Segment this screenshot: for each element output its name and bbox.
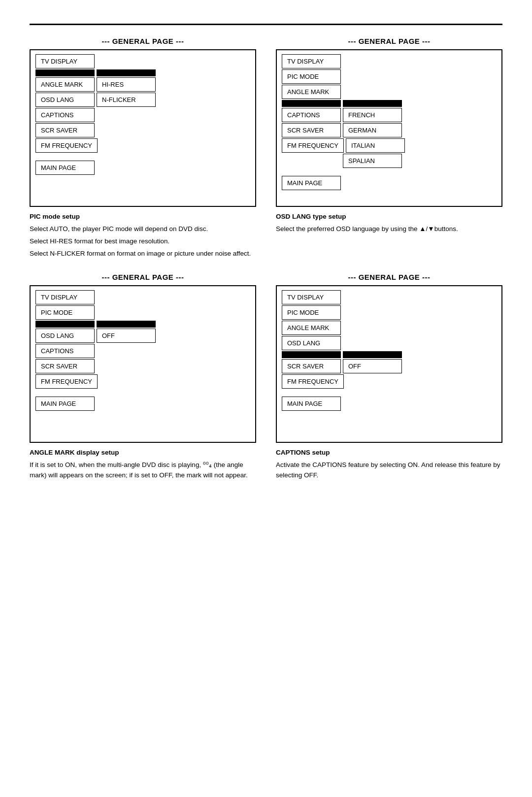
menu-item-right: ITALIAN — [346, 138, 405, 153]
menu-item-right — [97, 321, 156, 328]
menu-row: FM FREQUENCY — [282, 374, 497, 389]
sections-row-1: --- GENERAL PAGE --- TV DISPLAY ANGLE MA… — [30, 37, 502, 261]
menu-item-left: FM FREQUENCY — [282, 138, 344, 153]
section-section3: --- GENERAL PAGE --- TV DISPLAY PIC MODE… — [30, 273, 256, 483]
menu-row: ANGLE MARK HI-RES — [35, 77, 250, 92]
menu-row: ANGLE MARK — [282, 321, 497, 335]
menu-row: MAIN PAGE — [282, 397, 497, 411]
menu-item: CAPTIONS — [35, 108, 95, 122]
menu-item-right: FRENCH — [343, 108, 402, 122]
menu-item: FM FREQUENCY — [35, 374, 98, 389]
menu-spacer — [35, 154, 250, 160]
menu-row: MAIN PAGE — [35, 161, 250, 175]
description-text: PIC mode setupSelect AUTO, the player PI… — [30, 212, 256, 259]
menu-row: CAPTIONS — [35, 344, 250, 358]
menu-row: ANGLE MARK — [282, 85, 497, 99]
description-text: ANGLE MARK display setupIf it is set to … — [30, 448, 256, 481]
menu-item-left: SCR SAVER — [282, 359, 341, 373]
menu-row: CAPTIONS FRENCH — [282, 108, 497, 122]
menu-item: MAIN PAGE — [282, 176, 341, 190]
menu-item-right: SPALIAN — [343, 154, 402, 168]
menu-row — [282, 351, 497, 358]
description-text: OSD LANG type setupSelect the preferred … — [276, 212, 502, 234]
menu-item: TV DISPLAY — [282, 290, 341, 304]
menu-row: SCR SAVER OFF — [282, 359, 497, 373]
menu-item-right — [343, 100, 402, 107]
menu-spacer — [282, 169, 497, 175]
description-text: CAPTIONS setupActivate the CAPTIONS feat… — [276, 448, 502, 481]
menu-item: ANGLE MARK — [282, 321, 341, 335]
section-section2: --- GENERAL PAGE --- TV DISPLAY PIC MODE… — [276, 37, 502, 261]
page-title — [30, 20, 502, 25]
menu-item-left: OSD LANG — [35, 329, 95, 343]
section-section1: --- GENERAL PAGE --- TV DISPLAY ANGLE MA… — [30, 37, 256, 261]
menu-item-left: ANGLE MARK — [35, 77, 95, 92]
menu-row: SPALIAN — [282, 154, 497, 168]
menu-row: OSD LANG N-FLICKER — [35, 93, 250, 107]
menu-item-right: OFF — [97, 329, 156, 343]
menu-row: FM FREQUENCY — [35, 138, 250, 153]
menu-item-left: SCR SAVER — [282, 123, 341, 137]
menu-item: TV DISPLAY — [35, 290, 95, 304]
menu-row: MAIN PAGE — [35, 397, 250, 411]
menu-item: PIC MODE — [35, 305, 95, 320]
menu-item-right: OFF — [343, 359, 402, 373]
menu-spacer — [282, 390, 497, 396]
menu-item-left — [282, 100, 341, 107]
menu-box: TV DISPLAY PIC MODE ANGLE MARK CAPTIONS … — [276, 49, 502, 207]
menu-row: FM FREQUENCY — [35, 374, 250, 389]
menu-item-left: CAPTIONS — [282, 108, 341, 122]
menu-row: MAIN PAGE — [282, 176, 497, 190]
menu-box: TV DISPLAY PIC MODE ANGLE MARK OSD LANG … — [276, 285, 502, 443]
menu-item: ANGLE MARK — [282, 85, 341, 99]
menu-item: TV DISPLAY — [282, 54, 341, 68]
menu-row: OSD LANG OFF — [35, 329, 250, 343]
menu-item: FM FREQUENCY — [282, 374, 344, 389]
section-header: --- GENERAL PAGE --- — [276, 273, 502, 281]
menu-row — [282, 100, 497, 107]
menu-item-right — [97, 69, 156, 76]
section-header: --- GENERAL PAGE --- — [276, 37, 502, 45]
menu-row: TV DISPLAY — [282, 290, 497, 304]
menu-box: TV DISPLAY ANGLE MARK HI-RES OSD LANG N-… — [30, 49, 256, 207]
sections-row-2: --- GENERAL PAGE --- TV DISPLAY PIC MODE… — [30, 273, 502, 483]
menu-item-right: N-FLICKER — [97, 93, 156, 107]
menu-item-left — [282, 351, 341, 358]
menu-row: OSD LANG — [282, 336, 497, 350]
menu-row — [35, 321, 250, 328]
menu-row: TV DISPLAY — [282, 54, 497, 68]
menu-row: TV DISPLAY — [35, 290, 250, 304]
menu-item: PIC MODE — [282, 69, 341, 84]
section-header: --- GENERAL PAGE --- — [30, 273, 256, 281]
menu-item: SCR SAVER — [35, 123, 95, 137]
menu-box: TV DISPLAY PIC MODE OSD LANG OFF CAPTION… — [30, 285, 256, 443]
menu-row: FM FREQUENCY ITALIAN — [282, 138, 497, 153]
menu-item: OSD LANG — [282, 336, 341, 350]
menu-row: PIC MODE — [35, 305, 250, 320]
menu-row: SCR SAVER — [35, 123, 250, 137]
section-header: --- GENERAL PAGE --- — [30, 37, 256, 45]
menu-row: SCR SAVER GERMAN — [282, 123, 497, 137]
menu-item-left — [35, 69, 95, 76]
menu-row: PIC MODE — [282, 69, 497, 84]
menu-item: CAPTIONS — [35, 344, 95, 358]
menu-item: TV DISPLAY — [35, 54, 95, 68]
menu-item: MAIN PAGE — [282, 397, 341, 411]
menu-row: TV DISPLAY — [35, 54, 250, 68]
menu-item: PIC MODE — [282, 305, 341, 320]
menu-row: PIC MODE — [282, 305, 497, 320]
section-section4: --- GENERAL PAGE --- TV DISPLAY PIC MODE… — [276, 273, 502, 483]
menu-item: SCR SAVER — [35, 359, 95, 373]
menu-spacer — [35, 390, 250, 396]
menu-item: MAIN PAGE — [35, 397, 95, 411]
menu-row — [35, 69, 250, 76]
menu-row: SCR SAVER — [35, 359, 250, 373]
menu-item-right: HI-RES — [97, 77, 156, 92]
menu-item: FM FREQUENCY — [35, 138, 98, 153]
menu-item-right — [343, 351, 402, 358]
menu-item-right: GERMAN — [343, 123, 402, 137]
menu-item-left — [35, 321, 95, 328]
menu-item-left: OSD LANG — [35, 93, 95, 107]
menu-item: MAIN PAGE — [35, 161, 95, 175]
menu-row: CAPTIONS — [35, 108, 250, 122]
